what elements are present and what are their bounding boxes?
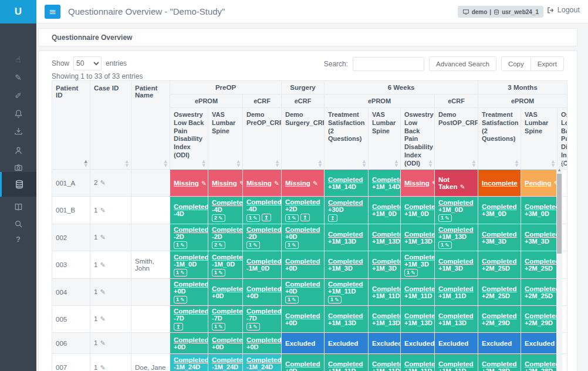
- sidebar-item-pencil[interactable]: ✎: [0, 69, 36, 86]
- status-link[interactable]: Completed: [438, 258, 473, 265]
- entry-count-badge[interactable]: 1✎: [174, 269, 187, 276]
- status-cell[interactable]: Completed+0D: [208, 279, 243, 306]
- status-cell[interactable]: Completed-1M_24D⌛: [243, 354, 282, 371]
- status-cell[interactable]: Completed+1M_13D: [369, 306, 401, 333]
- entry-count-badge[interactable]: 1✎: [212, 269, 225, 276]
- status-cell[interactable]: Completed+3M_0D: [521, 197, 557, 224]
- status-cell[interactable]: Completed+1M_11D: [435, 354, 478, 371]
- status-link[interactable]: Completed: [212, 285, 243, 292]
- entry-count-badge[interactable]: 1✎: [246, 241, 260, 249]
- status-link[interactable]: Completed: [285, 258, 320, 265]
- status-cell[interactable]: Excluded: [325, 333, 369, 354]
- status-cell[interactable]: Excluded: [435, 333, 478, 354]
- status-link[interactable]: Completed: [212, 199, 243, 206]
- status-link[interactable]: Completed: [285, 281, 320, 288]
- status-link[interactable]: Completed: [285, 226, 320, 233]
- sidebar-item-download[interactable]: [0, 122, 36, 140]
- status-link[interactable]: Pending: [525, 180, 551, 187]
- status-cell[interactable]: Completed-7D1✎: [208, 306, 243, 333]
- edit-case-icon[interactable]: ✎: [100, 207, 105, 214]
- entry-count-badge[interactable]: 1✎: [404, 269, 418, 276]
- status-link[interactable]: Completed: [482, 312, 516, 319]
- status-link[interactable]: Completed: [328, 231, 363, 238]
- status-cell[interactable]: Excluded: [282, 333, 325, 354]
- status-link[interactable]: Completed: [174, 203, 208, 210]
- status-link[interactable]: Completed: [525, 203, 557, 210]
- status-link[interactable]: Completed: [246, 285, 281, 292]
- status-link[interactable]: Completed: [372, 285, 401, 292]
- status-cell[interactable]: Completed+0D: [243, 333, 282, 354]
- questionnaire-column-header[interactable]: VAS Lumbar Spine▲▼: [208, 108, 243, 170]
- menu-toggle-button[interactable]: ≡: [45, 5, 60, 19]
- sort-icon[interactable]: ▲▼: [429, 160, 432, 167]
- status-cell[interactable]: Completed+1M_13D: [325, 224, 369, 251]
- status-cell[interactable]: Completed+1M_13D: [325, 306, 369, 333]
- status-link[interactable]: Completed: [482, 285, 516, 292]
- sidebar-item-hand-pointer[interactable]: ☝: [0, 50, 36, 68]
- status-link[interactable]: Completed: [246, 258, 281, 265]
- status-cell[interactable]: Completed+0D: [282, 251, 325, 279]
- questionnaire-column-header[interactable]: Treatment Satisfaction (2 Questions)▲▼: [325, 108, 369, 170]
- status-cell[interactable]: Completed-1M_0D: [243, 251, 282, 279]
- status-link[interactable]: Completed: [482, 258, 516, 265]
- questionnaire-column-header[interactable]: VAS Lumbar Spine▲▼: [521, 108, 557, 170]
- entry-count-badge[interactable]: 1✎: [438, 214, 452, 222]
- table-scrollbar[interactable]: ▲: [556, 167, 562, 371]
- sort-icon[interactable]: ▲▼: [202, 160, 205, 167]
- status-cell[interactable]: Completed+0D: [282, 306, 325, 333]
- copy-button[interactable]: Copy: [501, 56, 531, 71]
- logout-button[interactable]: Logout: [546, 6, 580, 14]
- status-cell[interactable]: Completed+3M_3D: [478, 224, 521, 251]
- status-cell[interactable]: Completed+1M_3D: [435, 251, 478, 279]
- edit-case-icon[interactable]: ✎: [100, 364, 105, 371]
- sort-icon[interactable]: ▲▼: [85, 160, 87, 167]
- status-cell[interactable]: Completed+1M_0D1✎: [435, 197, 478, 224]
- status-cell[interactable]: Completed+2M_25D: [521, 251, 557, 279]
- edit-status-icon[interactable]: ✎: [201, 180, 207, 187]
- questionnaire-column-header[interactable]: VAS Lumbar Spine▲▼: [369, 108, 401, 170]
- export-button[interactable]: Export: [530, 56, 564, 71]
- edit-status-icon[interactable]: ✎: [432, 180, 435, 187]
- sidebar-item-notifications[interactable]: [0, 104, 36, 122]
- status-link[interactable]: Completed: [174, 281, 208, 288]
- status-cell[interactable]: Completed-1M_0D1✎: [170, 251, 208, 279]
- status-link[interactable]: Completed: [525, 360, 557, 367]
- questionnaire-column-header[interactable]: Treatment Satisfaction (2 Questions)▲▼: [478, 108, 521, 170]
- status-link[interactable]: Completed: [482, 231, 516, 238]
- status-cell[interactable]: Completed+2M_29D: [478, 306, 521, 333]
- status-cell[interactable]: Completed+0D1✎: [282, 279, 325, 306]
- status-cell[interactable]: Completed+0D: [170, 333, 208, 354]
- entry-count-badge[interactable]: 1✎: [246, 214, 260, 222]
- status-cell[interactable]: Completed-4D2✎: [208, 197, 243, 224]
- status-link[interactable]: Missing: [174, 180, 199, 187]
- edit-case-icon[interactable]: ✎: [100, 315, 105, 323]
- entry-count-badge[interactable]: 1✎: [328, 296, 342, 303]
- status-cell[interactable]: Not Taken✎: [435, 170, 478, 197]
- entry-count-badge[interactable]: 1✎: [174, 241, 187, 249]
- status-link[interactable]: Completed: [285, 312, 320, 319]
- sort-icon[interactable]: ▲▼: [164, 160, 167, 167]
- status-link[interactable]: Completed: [438, 226, 473, 233]
- status-link[interactable]: Completed: [525, 258, 557, 265]
- status-cell[interactable]: Completed+1M_0D: [369, 197, 401, 224]
- status-cell[interactable]: Completed+1M_13D: [401, 224, 435, 251]
- sidebar-item-help[interactable]: ?: [0, 230, 36, 248]
- status-cell[interactable]: Completed-4D: [170, 197, 208, 224]
- upload-badge[interactable]: ↥: [328, 214, 337, 222]
- status-link[interactable]: Completed: [482, 203, 516, 210]
- status-link[interactable]: Completed: [404, 254, 435, 261]
- status-link[interactable]: Completed: [438, 360, 473, 367]
- status-cell[interactable]: Completed+0D1✎: [170, 279, 208, 306]
- status-cell[interactable]: Completed+2M_28D: [521, 354, 557, 371]
- status-cell[interactable]: Completed+1M_11D: [369, 354, 401, 371]
- status-cell[interactable]: Completed+1M_13D: [435, 306, 478, 333]
- status-link[interactable]: Completed: [372, 176, 401, 183]
- status-link[interactable]: Completed: [404, 203, 435, 210]
- status-cell[interactable]: Completed+1M_14D: [325, 170, 369, 197]
- status-link[interactable]: Missing: [404, 180, 430, 187]
- entry-count-badge[interactable]: 1✎: [174, 296, 187, 303]
- status-cell[interactable]: Missing✎: [282, 170, 325, 197]
- status-link[interactable]: Completed: [438, 312, 473, 319]
- status-link[interactable]: Excluded: [525, 340, 555, 347]
- status-link[interactable]: Completed: [212, 226, 243, 233]
